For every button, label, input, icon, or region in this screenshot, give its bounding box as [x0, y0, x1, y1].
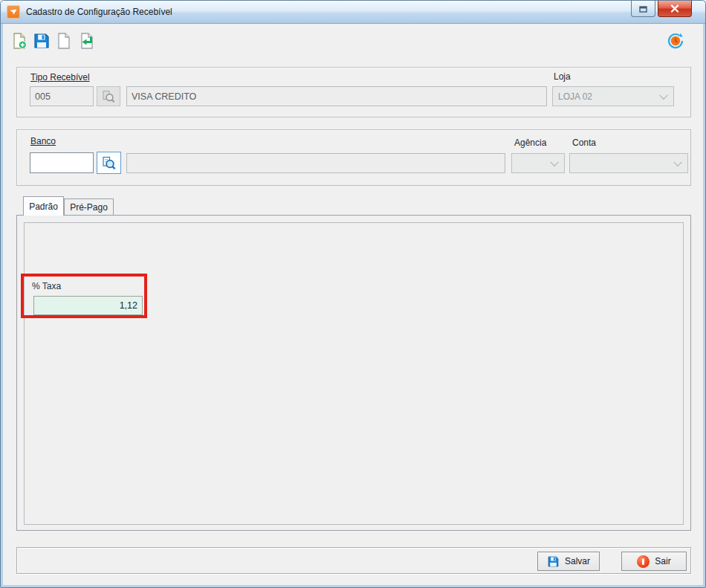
tipo-recebivel-label[interactable]: Tipo Recebível: [30, 72, 90, 83]
close-button[interactable]: [658, 1, 692, 17]
salvar-button[interactable]: Salvar: [537, 552, 600, 571]
tipo-recebivel-search-button: [97, 86, 120, 106]
search-icon: [101, 89, 116, 104]
tab-pre-pago[interactable]: Pré-Pago: [64, 198, 114, 216]
history-button[interactable]: [666, 31, 685, 51]
sair-button[interactable]: Sair: [621, 552, 687, 571]
history-icon: [667, 32, 684, 50]
agencia-label: Agência: [514, 138, 546, 148]
app-window: Cadastro de Configuração Recebível: [0, 0, 706, 588]
save-icon: [33, 32, 51, 50]
new-record-icon: [10, 32, 28, 50]
agencia-select: [511, 153, 565, 173]
exit-icon: [637, 555, 650, 568]
app-icon: [7, 5, 20, 19]
loja-label: Loja: [554, 71, 571, 82]
taxa-input[interactable]: [33, 296, 143, 315]
conta-select: [569, 153, 688, 173]
import-check-icon: [77, 32, 95, 50]
loja-value: LOJA 02: [558, 91, 592, 102]
tab-padrao[interactable]: Padrão: [23, 196, 64, 216]
tab-pre-pago-label: Pré-Pago: [70, 202, 108, 213]
tipo-recebivel-description-input: [126, 86, 547, 106]
tab-padrao-label: Padrão: [29, 201, 58, 212]
app-logo-glyph: [9, 7, 18, 16]
taxa-label: % Taxa: [32, 281, 61, 291]
restore-button[interactable]: [631, 1, 655, 17]
import-button[interactable]: [76, 30, 97, 51]
title-bar: Cadastro de Configuração Recebível: [1, 1, 705, 23]
blank-page-icon: [55, 32, 73, 50]
loja-select: LOJA 02: [552, 86, 674, 106]
new-record-button[interactable]: [9, 30, 30, 51]
tipo-recebivel-code-input: [30, 86, 94, 106]
conta-label: Conta: [572, 138, 596, 148]
banco-code-input[interactable]: [30, 152, 94, 173]
banco-search-button[interactable]: [97, 152, 121, 174]
padrao-inner-panel: [24, 222, 684, 525]
save-icon: [547, 555, 560, 568]
salvar-label: Salvar: [565, 556, 590, 566]
clear-button[interactable]: [54, 30, 74, 51]
banco-label[interactable]: Banco: [30, 136, 56, 146]
close-icon: [670, 4, 679, 13]
sair-label: Sair: [655, 556, 670, 566]
search-icon: [101, 155, 117, 171]
window-title: Cadastro de Configuração Recebível: [26, 7, 172, 17]
save-toolbar-button[interactable]: [31, 30, 52, 51]
footer-panel: Salvar Sair: [16, 547, 691, 574]
restore-icon: [639, 5, 647, 13]
banco-description-input: [126, 153, 505, 173]
